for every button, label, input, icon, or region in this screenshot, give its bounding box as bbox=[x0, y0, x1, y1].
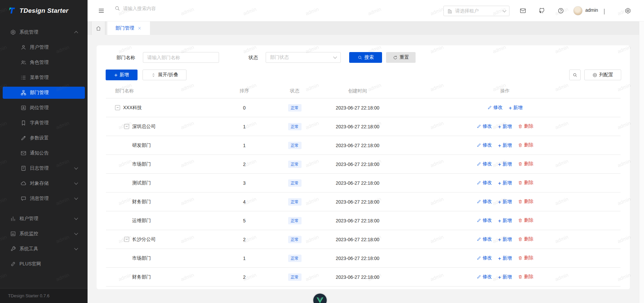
tab-dept-management[interactable]: 部门管理 bbox=[107, 21, 150, 35]
trash-icon bbox=[518, 199, 523, 204]
dept-name-cell: 长沙分公司 bbox=[132, 236, 156, 243]
sidebar-item-系统管理[interactable]: 系统管理 bbox=[3, 26, 85, 38]
add-action-link[interactable]: +新增 bbox=[509, 105, 523, 111]
sidebar-item-系统监控[interactable]: 系统监控 bbox=[3, 228, 85, 240]
edit-action-link[interactable]: 修改 bbox=[477, 255, 492, 261]
app-logo[interactable]: TDesign Starter bbox=[0, 0, 88, 21]
username-label[interactable]: admin bbox=[585, 7, 598, 13]
delete-action-link[interactable]: 删除 bbox=[518, 123, 533, 129]
delete-action-link[interactable]: 删除 bbox=[518, 199, 533, 205]
delete-action-link[interactable]: 删除 bbox=[518, 180, 533, 186]
menu-fold-icon[interactable] bbox=[98, 7, 105, 14]
chevron-down-icon bbox=[502, 8, 506, 12]
sidebar-item-租户管理[interactable]: 租户管理 bbox=[3, 213, 85, 225]
add-action-link[interactable]: +新增 bbox=[498, 142, 512, 148]
dept-name-input[interactable] bbox=[143, 52, 219, 63]
delete-action-link[interactable]: 删除 bbox=[518, 236, 533, 242]
delete-action-link[interactable]: 删除 bbox=[518, 161, 533, 167]
add-action-link[interactable]: +新增 bbox=[498, 255, 512, 261]
edit-action-link[interactable]: 修改 bbox=[487, 104, 503, 111]
tenant-select[interactable]: 请选择租户 bbox=[443, 6, 509, 16]
sidebar-item-用户管理[interactable]: 用户管理 bbox=[3, 41, 85, 53]
plus-icon: + bbox=[498, 237, 501, 242]
home-tab-button[interactable] bbox=[91, 21, 105, 35]
add-action-link[interactable]: +新增 bbox=[498, 180, 512, 186]
sidebar-item-系统工具[interactable]: 系统工具 bbox=[3, 243, 85, 255]
sidebar-item-日志管理[interactable]: 日志管理 bbox=[3, 162, 85, 174]
app-logo-text: TDesign Starter bbox=[19, 7, 68, 14]
add-action-link[interactable]: +新增 bbox=[498, 161, 512, 167]
edit-action-link[interactable]: 修改 bbox=[477, 199, 492, 205]
sidebar-item-部门管理[interactable]: 部门管理 bbox=[3, 87, 85, 99]
sidebar-item-label: 用户管理 bbox=[30, 44, 49, 50]
scrollbar-track[interactable] bbox=[639, 21, 644, 303]
global-search-input[interactable] bbox=[123, 6, 180, 11]
edit-action-link[interactable]: 修改 bbox=[477, 123, 492, 129]
sort-cell: 1 bbox=[225, 256, 264, 261]
plus-icon: + bbox=[498, 143, 501, 148]
user-menu-chevron-icon[interactable] bbox=[604, 9, 604, 14]
status-select[interactable]: 部门状态 bbox=[266, 52, 341, 63]
sidebar-item-label: 菜单管理 bbox=[30, 75, 49, 81]
sidebar-item-字典管理[interactable]: 字典管理 bbox=[3, 117, 85, 129]
edit-action-link[interactable]: 修改 bbox=[477, 274, 492, 280]
dept-name-cell: 财务部门 bbox=[132, 199, 151, 205]
sidebar-item-岗位管理[interactable]: 岗位管理 bbox=[3, 102, 85, 114]
user-icon bbox=[20, 44, 26, 50]
sidebar-item-参数设置[interactable]: 参数设置 bbox=[3, 132, 85, 144]
sidebar-item-PLUS官网[interactable]: PLUS官网 bbox=[3, 258, 85, 270]
delete-action-link[interactable]: 删除 bbox=[518, 274, 533, 280]
collapse-toggle-icon[interactable]: − bbox=[115, 105, 120, 110]
add-action-link[interactable]: +新增 bbox=[498, 199, 512, 205]
add-action-link[interactable]: +新增 bbox=[498, 124, 512, 130]
edit-action-link[interactable]: 修改 bbox=[477, 180, 492, 186]
help-icon[interactable] bbox=[557, 7, 564, 14]
search-button[interactable]: 搜索 bbox=[349, 52, 382, 63]
sidebar-item-通知公告[interactable]: 通知公告 bbox=[3, 147, 85, 159]
edit-action-link[interactable]: 修改 bbox=[477, 161, 492, 167]
sidebar-version: TDesign Starter 0.7.6 bbox=[0, 288, 88, 303]
dept-name-cell: 财务部门 bbox=[132, 274, 151, 280]
sidebar-item-label: 系统监控 bbox=[19, 231, 38, 237]
collapse-toggle-icon[interactable]: − bbox=[124, 237, 129, 242]
header-sort: 排序 bbox=[225, 88, 264, 94]
delete-action-link[interactable]: 删除 bbox=[518, 142, 533, 148]
sidebar-item-label: 字典管理 bbox=[30, 120, 49, 126]
mail-icon[interactable] bbox=[520, 7, 526, 14]
table-row: 财务部门2正常2023-06-27 22:18:00修改+新增删除 bbox=[106, 268, 621, 287]
close-tab-icon[interactable] bbox=[137, 26, 142, 31]
pencil-icon bbox=[477, 274, 481, 279]
log-file-icon bbox=[20, 165, 26, 171]
header-actions: 操作 bbox=[389, 88, 621, 94]
dept-name-label: 部门名称 bbox=[116, 52, 135, 63]
sidebar-item-对象存储[interactable]: 对象存储 bbox=[3, 177, 85, 189]
table-search-button[interactable] bbox=[569, 70, 581, 80]
github-icon[interactable] bbox=[538, 7, 545, 14]
sidebar-item-label: 通知公告 bbox=[30, 150, 49, 156]
edit-action-link[interactable]: 修改 bbox=[477, 217, 492, 223]
add-action-link[interactable]: +新增 bbox=[498, 274, 512, 280]
sidebar-item-菜单管理[interactable]: 菜单管理 bbox=[3, 72, 85, 84]
add-button[interactable]: + 新增 bbox=[106, 70, 138, 80]
created-time-cell: 2023-06-27 22:18:00 bbox=[326, 218, 389, 223]
created-time-cell: 2023-06-27 22:18:00 bbox=[326, 180, 389, 186]
collapse-toggle-icon[interactable]: − bbox=[124, 124, 129, 129]
expand-collapse-button[interactable]: 展开/折叠 bbox=[143, 70, 186, 80]
plus-icon: + bbox=[498, 162, 501, 167]
sidebar-item-label: 消息管理 bbox=[30, 196, 49, 202]
sidebar-item-角色管理[interactable]: 角色管理 bbox=[3, 56, 85, 69]
add-action-link[interactable]: +新增 bbox=[498, 218, 512, 224]
dept-name-cell: 运维部门 bbox=[132, 218, 151, 224]
column-config-button[interactable]: 列配置 bbox=[584, 70, 621, 80]
edit-action-link[interactable]: 修改 bbox=[477, 236, 492, 242]
user-avatar[interactable] bbox=[573, 6, 583, 15]
delete-action-link[interactable]: 删除 bbox=[518, 255, 533, 261]
sidebar-menu: 系统管理用户管理角色管理菜单管理部门管理岗位管理字典管理参数设置通知公告日志管理… bbox=[0, 21, 88, 270]
delete-action-link[interactable]: 删除 bbox=[518, 217, 533, 223]
add-action-link[interactable]: +新增 bbox=[498, 236, 512, 243]
reset-button[interactable]: 重置 bbox=[386, 52, 416, 63]
created-time-cell: 2023-06-27 22:18:00 bbox=[326, 256, 389, 261]
edit-action-link[interactable]: 修改 bbox=[477, 142, 492, 148]
sidebar-item-消息管理[interactable]: 消息管理 bbox=[3, 192, 85, 205]
settings-gear-icon[interactable] bbox=[625, 7, 631, 14]
